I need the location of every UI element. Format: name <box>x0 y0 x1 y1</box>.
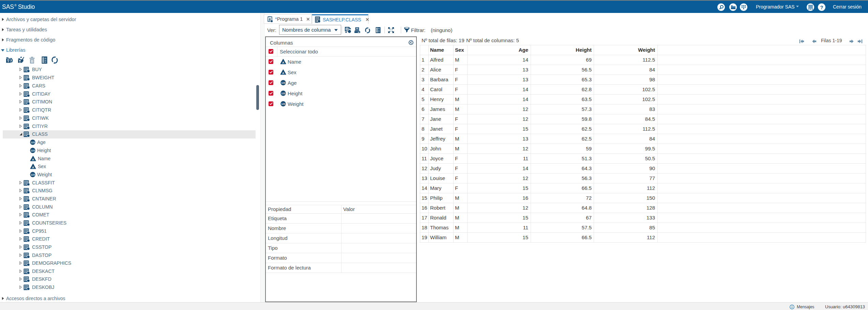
svg-text:123: 123 <box>31 173 35 176</box>
svg-text:123: 123 <box>281 81 285 84</box>
svg-text:123: 123 <box>281 92 285 95</box>
svg-text:123: 123 <box>281 102 285 105</box>
svg-text:A: A <box>32 166 34 169</box>
svg-text:A: A <box>282 61 284 64</box>
svg-text:A: A <box>32 158 34 161</box>
svg-text:123: 123 <box>31 141 35 144</box>
svg-text:123: 123 <box>31 149 35 152</box>
svg-text:A: A <box>282 71 284 75</box>
